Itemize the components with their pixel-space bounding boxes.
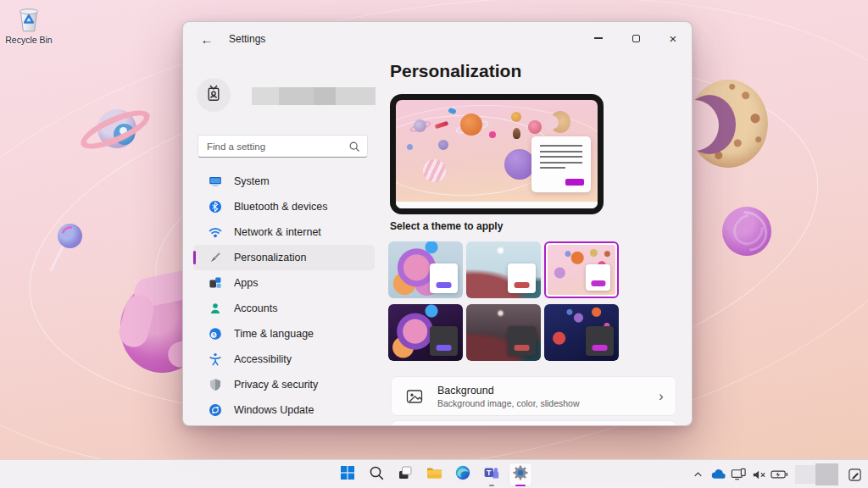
sidebar-nav: System Bluetooth & devices Network & int… <box>193 169 375 423</box>
taskbar-search-button[interactable] <box>364 463 388 486</box>
theme-preview-monitor <box>390 94 604 214</box>
window-title: Settings <box>229 33 265 45</box>
theme-thumbnail-desert-light[interactable] <box>466 241 541 298</box>
taskbar-center <box>336 463 532 486</box>
theme-thumbnail-windows-light[interactable] <box>388 241 463 298</box>
maximize-icon <box>632 35 640 42</box>
accounts-icon <box>208 302 222 316</box>
apps-icon <box>208 276 222 291</box>
row-title: Background <box>437 385 647 396</box>
desktop-icon-recycle-bin[interactable]: Recycle Bin <box>4 5 53 45</box>
theme-preview-image <box>388 304 463 361</box>
teams-icon <box>483 464 500 485</box>
background-settings-row[interactable]: Background Background image, color, slid… <box>391 376 676 416</box>
back-arrow-icon: ← <box>201 32 214 47</box>
minimize-button[interactable] <box>580 22 617 54</box>
theme-preview-taskbar <box>396 202 598 208</box>
sidebar-item-bluetooth-devices[interactable]: Bluetooth & devices <box>193 194 375 219</box>
privacy-security-icon <box>208 378 222 392</box>
network-icon <box>208 225 222 240</box>
theme-thumbnail-candy-space-light-selected[interactable] <box>544 241 619 298</box>
sidebar-item-accessibility[interactable]: Accessibility <box>193 347 375 372</box>
sidebar-item-network-internet[interactable]: Network & internet <box>193 219 375 245</box>
search-icon <box>345 141 364 152</box>
minimize-icon <box>594 37 603 38</box>
start-button[interactable] <box>336 463 359 486</box>
image-icon <box>392 387 437 406</box>
windows-start-icon <box>339 464 356 485</box>
onedrive-icon[interactable] <box>709 463 727 486</box>
wallpaper-yarn-ball <box>722 207 771 256</box>
theme-thumbnail-windows-dark[interactable] <box>388 304 463 361</box>
sidebar-item-accounts[interactable]: Accounts <box>193 296 375 321</box>
windows-update-icon <box>208 403 222 418</box>
chevron-up-icon[interactable] <box>689 463 707 486</box>
user-name-redacted <box>252 87 376 105</box>
theme-preview-image <box>466 241 541 298</box>
search-input[interactable] <box>198 141 345 152</box>
display-phone-icon[interactable] <box>730 463 748 486</box>
back-button[interactable]: ← <box>195 29 219 49</box>
theme-section-label: Select a theme to apply <box>390 220 503 232</box>
search-icon <box>368 464 385 485</box>
volume-muted-icon[interactable] <box>750 463 768 486</box>
bluetooth-icon <box>208 200 222 214</box>
recycle-bin-icon <box>4 5 53 34</box>
personalization-icon <box>208 251 222 265</box>
maximize-button[interactable] <box>617 22 654 54</box>
clock-date-redacted[interactable] <box>795 463 838 485</box>
avatar <box>197 78 231 112</box>
theme-preview-image <box>544 304 619 361</box>
time-language-icon <box>208 327 222 341</box>
system-icon <box>208 175 222 189</box>
titlebar: ← Settings × <box>183 22 692 56</box>
wallpaper-saturn-planet <box>90 103 144 158</box>
theme-preview-wallpaper-art <box>396 100 598 208</box>
settings-content: Personalization <box>385 56 692 425</box>
teams-button[interactable] <box>480 463 504 486</box>
folder-icon <box>426 464 442 485</box>
close-icon: × <box>670 32 677 45</box>
theme-thumbnail-candy-space-dark[interactable] <box>544 304 619 361</box>
desktop: Recycle Bin ← Settings × <box>0 0 868 488</box>
accessibility-icon <box>208 352 222 367</box>
settings-taskbar-button[interactable] <box>509 463 532 486</box>
user-account-card[interactable] <box>197 78 375 114</box>
sidebar-item-time-language[interactable]: Time & language <box>193 321 375 347</box>
task-view-button[interactable] <box>393 463 417 486</box>
system-tray <box>689 463 864 486</box>
search-box[interactable] <box>198 135 368 158</box>
sidebar-item-system[interactable]: System <box>193 169 375 194</box>
theme-thumbnail-desert-dark[interactable] <box>466 304 541 361</box>
page-title: Personalization <box>390 61 521 81</box>
edge-icon <box>454 464 471 485</box>
wallpaper-lollipop <box>49 217 92 278</box>
theme-preview-window-card <box>531 136 591 192</box>
battery-charging-icon[interactable] <box>771 463 788 486</box>
sidebar-item-privacy-security[interactable]: Privacy & security <box>193 372 375 397</box>
theme-preview-image <box>466 304 541 361</box>
desktop-icon-label: Recycle Bin <box>4 35 53 45</box>
sidebar-item-personalization[interactable]: Personalization <box>193 245 375 270</box>
theme-preview-accent-button <box>565 179 584 186</box>
theme-grid <box>388 241 619 361</box>
id-badge-icon <box>204 84 223 106</box>
taskbar <box>0 459 868 488</box>
wallpaper-cookie-moon <box>685 78 771 175</box>
task-view-icon <box>397 464 414 485</box>
chevron-right-icon: › <box>647 389 676 404</box>
close-button[interactable]: × <box>654 22 692 54</box>
settings-window: ← Settings × <box>182 21 693 426</box>
edge-button[interactable] <box>451 463 475 486</box>
pen-ink-icon[interactable] <box>846 463 864 486</box>
row-subtitle: Background image, color, slideshow <box>437 398 647 408</box>
gear-icon <box>512 464 529 485</box>
settings-sidebar: System Bluetooth & devices Network & int… <box>183 56 385 425</box>
theme-preview-image <box>548 245 615 295</box>
next-settings-row-partial <box>391 420 676 426</box>
sidebar-item-apps[interactable]: Apps <box>193 270 375 296</box>
file-explorer-button[interactable] <box>422 463 446 486</box>
theme-preview-image <box>388 241 463 298</box>
sidebar-item-windows-update[interactable]: Windows Update <box>193 397 375 423</box>
